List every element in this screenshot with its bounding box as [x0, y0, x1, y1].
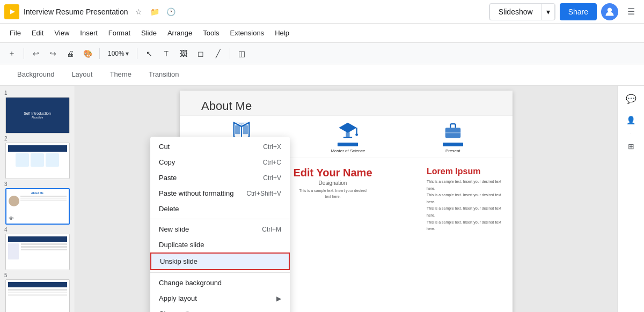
- ctx-unskip-slide-label: Unskip slide: [160, 257, 197, 265]
- shape-button[interactable]: ◻: [193, 46, 208, 61]
- ctx-change-background[interactable]: Change background: [150, 275, 290, 291]
- ctx-change-theme-label: Change theme: [159, 310, 204, 312]
- ctx-paste[interactable]: Paste Ctrl+V: [150, 170, 290, 185]
- ctx-paste-no-format-label: Paste without formatting: [159, 189, 233, 197]
- slide-thumb-1[interactable]: 1 Self IntroductionAbout Me: [2, 90, 72, 133]
- line-button[interactable]: ╱: [210, 46, 225, 61]
- ctx-change-background-label: Change background: [159, 279, 222, 287]
- comments-panel-button[interactable]: 💬: [623, 90, 640, 107]
- svg-rect-3: [235, 125, 240, 135]
- nav-present: Present: [443, 120, 463, 153]
- ctx-change-theme[interactable]: Change theme: [150, 306, 290, 312]
- move-button[interactable]: 📁: [149, 5, 162, 18]
- slide-thumb-inner-4: [5, 234, 70, 270]
- share-button[interactable]: Share: [560, 3, 597, 20]
- eye-slash-icon: 👁: [9, 216, 14, 221]
- ctx-new-slide-shortcut: Ctrl+M: [262, 226, 281, 233]
- ctx-cut-label: Cut: [159, 143, 170, 151]
- menu-edit[interactable]: Edit: [26, 27, 49, 39]
- slide-side-text: Lorem Ipsum This is a sample text. Inser…: [427, 167, 502, 233]
- slide-num-1: 1: [2, 90, 72, 96]
- new-slide-toolbar-btn[interactable]: ＋: [4, 46, 19, 61]
- ctx-sep-1: [150, 219, 290, 219]
- undo-button[interactable]: ↩: [28, 46, 43, 61]
- redo-button[interactable]: ↪: [46, 46, 61, 61]
- toolbar-sep-2: [99, 48, 100, 59]
- slide-num-4: 4: [2, 227, 72, 233]
- document-title: Interview Resume Presentation: [24, 8, 128, 16]
- paint-format-button[interactable]: 🎨: [80, 46, 95, 61]
- menu-help[interactable]: Help: [269, 27, 295, 39]
- menu-file[interactable]: File: [4, 27, 26, 39]
- slide-thumb-3[interactable]: 3 About Me 👁: [2, 181, 72, 225]
- ctx-copy-shortcut: Ctrl+C: [263, 159, 281, 166]
- bg-button[interactable]: ◫: [235, 46, 250, 61]
- menu-slide[interactable]: Slide: [136, 27, 162, 39]
- text-button[interactable]: T: [159, 46, 174, 61]
- slide-thumb-inner-3: About Me 👁: [5, 188, 70, 225]
- ctx-apply-layout-label: Apply layout: [159, 294, 197, 302]
- image-button[interactable]: 🖼: [176, 46, 191, 61]
- briefcase-icon: [443, 120, 463, 140]
- context-menu: Cut Ctrl+X Copy Ctrl+C Paste Ctrl+V Past…: [150, 137, 290, 312]
- ctx-duplicate-slide-label: Duplicate slide: [159, 241, 204, 249]
- ctx-paste-label: Paste: [159, 174, 177, 182]
- slide-thumb-4[interactable]: 4: [2, 227, 72, 270]
- slide-num-2: 2: [2, 136, 72, 142]
- ctx-new-slide[interactable]: New slide Ctrl+M: [150, 221, 290, 237]
- svg-point-2: [608, 8, 612, 12]
- toolbar-sep-1: [24, 48, 24, 59]
- menu-view[interactable]: View: [49, 27, 75, 39]
- ctx-paste-no-format[interactable]: Paste without formatting Ctrl+Shift+V: [150, 185, 290, 201]
- avatar[interactable]: [601, 3, 618, 20]
- sidebar-toggle[interactable]: ☰: [623, 3, 640, 20]
- tab-theme[interactable]: Theme: [101, 66, 140, 84]
- ctx-new-slide-label: New slide: [159, 225, 189, 233]
- zoom-control[interactable]: 100% ▾: [104, 48, 133, 59]
- zoom-level: 100%: [108, 50, 125, 57]
- slide-thumb-inner-5: [5, 279, 70, 312]
- title-icons: ☆ 📁 🕐: [133, 5, 178, 18]
- ctx-delete[interactable]: Delete: [150, 201, 290, 217]
- menu-tools[interactable]: Tools: [197, 27, 224, 39]
- cursor-button[interactable]: ↖: [142, 46, 157, 61]
- app-logo[interactable]: [4, 4, 19, 19]
- tab-bar: Background Layout Theme Transition: [0, 64, 644, 86]
- ctx-copy[interactable]: Copy Ctrl+C: [150, 154, 290, 170]
- history-button[interactable]: 🕐: [165, 5, 178, 18]
- svg-rect-7: [343, 137, 353, 138]
- ctx-unskip-slide[interactable]: Unskip slide: [150, 252, 290, 270]
- menu-extensions[interactable]: Extensions: [225, 27, 270, 39]
- svg-point-9: [356, 133, 358, 136]
- right-controls: Slideshow ▾ Share ☰: [489, 3, 640, 20]
- ctx-paste-shortcut: Ctrl+V: [263, 174, 281, 182]
- slideshow-button[interactable]: Slideshow: [489, 3, 542, 20]
- ctx-paste-no-format-shortcut: Ctrl+Shift+V: [246, 190, 281, 197]
- print-button[interactable]: 🖨: [63, 46, 78, 61]
- tab-transition[interactable]: Transition: [140, 66, 188, 84]
- ctx-apply-layout-arrow: ▶: [276, 295, 281, 302]
- tab-background[interactable]: Background: [9, 66, 63, 84]
- svg-rect-4: [243, 125, 248, 135]
- menu-format[interactable]: Format: [103, 27, 136, 39]
- slide-thumb-2[interactable]: 2: [2, 136, 72, 179]
- ctx-apply-layout[interactable]: Apply layout ▶: [150, 291, 290, 306]
- slide-thumb-5[interactable]: 5: [2, 272, 72, 312]
- menu-insert[interactable]: Insert: [75, 27, 103, 39]
- add-person-button[interactable]: 👤: [623, 112, 640, 129]
- svg-rect-6: [346, 132, 350, 138]
- lorem-text: This is a sample text. Insert your desir…: [427, 179, 502, 233]
- star-button[interactable]: ☆: [133, 5, 145, 18]
- nav-master-label: Master of Science: [331, 148, 365, 153]
- toolbar: ＋ ↩ ↪ 🖨 🎨 100% ▾ ↖ T 🖼 ◻ ╱ ◫: [0, 43, 644, 64]
- slide-num-3: 3: [2, 181, 72, 187]
- slideshow-dropdown-button[interactable]: ▾: [542, 3, 555, 20]
- canvas-area: About Me Prep Course: [75, 86, 617, 312]
- tab-layout[interactable]: Layout: [63, 66, 101, 84]
- ctx-cut[interactable]: Cut Ctrl+X: [150, 139, 290, 154]
- right-panel: 💬 👤 ⊞: [617, 86, 644, 312]
- expand-button[interactable]: ⊞: [623, 138, 640, 155]
- graduation-icon: [338, 120, 358, 140]
- ctx-duplicate-slide[interactable]: Duplicate slide: [150, 237, 290, 252]
- menu-arrange[interactable]: Arrange: [162, 27, 197, 39]
